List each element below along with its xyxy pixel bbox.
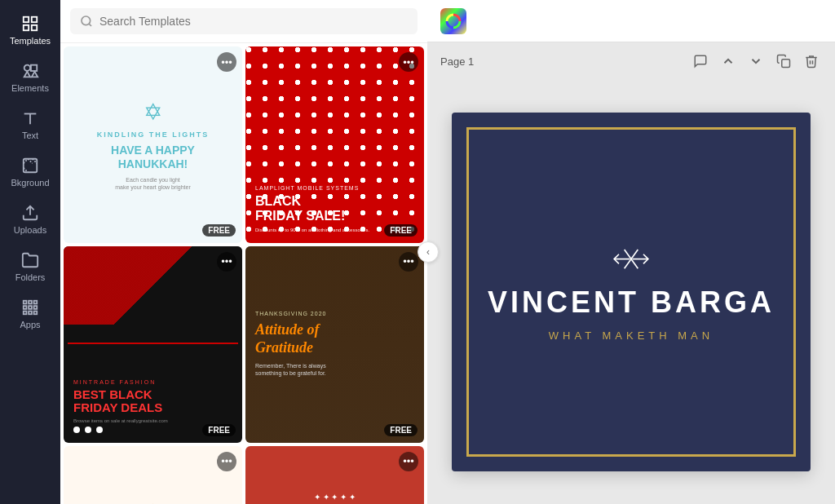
sidebar-label-apps: Apps <box>20 320 40 329</box>
more-button-1[interactable]: ••• <box>217 52 236 72</box>
upload-icon <box>21 204 39 222</box>
duplicate-button[interactable] <box>773 51 794 72</box>
more-button-2[interactable]: ••• <box>399 52 418 72</box>
trash-icon <box>804 54 819 69</box>
template-card-2[interactable]: LAMPLIGHT MOBILE SYSTEMS BLACKFRIDAY SAL… <box>245 46 424 243</box>
chevron-up-icon <box>721 54 736 69</box>
comment-button[interactable] <box>690 51 711 72</box>
design-canvas[interactable]: VINCENT BARGA WHAT MAKETH MAN <box>452 113 811 471</box>
spectrum-icon <box>445 13 462 29</box>
move-down-button[interactable] <box>745 51 767 72</box>
delete-button[interactable] <box>801 51 822 72</box>
svg-rect-12 <box>24 301 27 304</box>
sidebar: Templates Elements Text Bkground Uploads <box>0 0 60 504</box>
svg-line-22 <box>89 24 91 26</box>
comment-icon <box>693 54 708 69</box>
chevron-down-icon <box>749 54 763 69</box>
search-input-wrap <box>70 8 418 34</box>
sidebar-label-elements: Elements <box>11 83 49 93</box>
page-actions <box>690 51 822 72</box>
svg-rect-14 <box>34 301 38 304</box>
svg-rect-16 <box>29 306 32 309</box>
sidebar-label-uploads: Uploads <box>14 225 46 235</box>
background-icon <box>21 157 39 175</box>
sidebar-item-apps[interactable]: Apps <box>0 290 60 338</box>
svg-rect-13 <box>29 301 32 304</box>
folder-icon <box>21 251 39 269</box>
sidebar-item-folders[interactable]: Folders <box>0 243 60 290</box>
move-up-button[interactable] <box>718 51 739 72</box>
canvas-page-header: Page 1 <box>427 42 835 80</box>
template-card-5[interactable]: ✡ To you & your family HAVE A HAPPYHANUK… <box>64 446 242 504</box>
design-content: VINCENT BARGA WHAT MAKETH MAN <box>488 243 775 342</box>
sidebar-label-folders: Folders <box>15 272 46 282</box>
search-bar <box>60 0 427 43</box>
search-input[interactable] <box>99 15 408 28</box>
search-icon <box>80 15 93 28</box>
canvas-viewport: VINCENT BARGA WHAT MAKETH MAN <box>427 80 835 504</box>
sidebar-item-templates[interactable]: Templates <box>0 7 60 54</box>
svg-rect-20 <box>34 312 38 315</box>
sidebar-label-background: Bkground <box>11 178 49 188</box>
svg-rect-1 <box>32 17 37 22</box>
more-button-4[interactable]: ••• <box>399 252 418 272</box>
svg-rect-24 <box>782 60 790 68</box>
canvas-area: Page 1 <box>427 0 835 504</box>
design-name: VINCENT BARGA <box>488 285 775 320</box>
canvas-toolbar <box>427 0 835 42</box>
free-badge-2: FREE <box>384 224 418 237</box>
sidebar-item-text[interactable]: Text <box>0 101 60 148</box>
template-card-6[interactable]: ✦ ✦ ✦ ✦ ✦ TO ALL MY FRIENDS... MerryChri… <box>245 446 424 504</box>
design-tagline: WHAT MAKETH MAN <box>549 329 714 342</box>
svg-rect-19 <box>29 312 32 315</box>
svg-rect-15 <box>24 306 27 309</box>
free-badge-3: FREE <box>202 424 236 436</box>
svg-marker-7 <box>32 72 38 77</box>
arrow-cross-icon <box>611 243 652 276</box>
shapes-icon <box>21 62 39 80</box>
sidebar-item-uploads[interactable]: Uploads <box>0 196 60 243</box>
templates-grid-wrap: ✡ KINDLING THE LIGHTS HAVE A HAPPYHANUKK… <box>60 43 427 504</box>
sidebar-item-background[interactable]: Bkground <box>0 148 60 196</box>
svg-rect-3 <box>32 25 37 30</box>
svg-rect-18 <box>24 312 27 315</box>
templates-grid: ✡ KINDLING THE LIGHTS HAVE A HAPPYHANUKK… <box>60 43 427 504</box>
templates-panel: ✡ KINDLING THE LIGHTS HAVE A HAPPYHANUKK… <box>60 0 427 504</box>
sidebar-label-text: Text <box>22 130 38 140</box>
panel-collapse-button[interactable]: ‹ <box>418 241 439 263</box>
more-button-6[interactable]: ••• <box>399 452 418 471</box>
svg-point-4 <box>24 65 30 71</box>
text-icon <box>21 109 39 127</box>
more-button-5[interactable]: ••• <box>217 452 236 471</box>
svg-point-21 <box>82 16 91 25</box>
more-button-3[interactable]: ••• <box>217 252 236 272</box>
sidebar-item-elements[interactable]: Elements <box>0 54 60 101</box>
svg-rect-0 <box>24 17 29 22</box>
free-badge-1: FREE <box>202 224 236 237</box>
template-card-1[interactable]: ✡ KINDLING THE LIGHTS HAVE A HAPPYHANUKK… <box>64 46 242 243</box>
svg-marker-6 <box>24 72 30 77</box>
svg-rect-5 <box>31 65 37 71</box>
free-badge-4: FREE <box>384 424 418 436</box>
page-label: Page 1 <box>440 55 683 68</box>
apps-icon <box>21 298 39 316</box>
sidebar-label-templates: Templates <box>10 36 51 46</box>
duplicate-icon <box>776 54 791 69</box>
brand-logo <box>440 8 466 34</box>
svg-rect-2 <box>24 25 29 30</box>
svg-rect-17 <box>34 306 38 309</box>
grid-icon <box>21 15 39 33</box>
template-card-3[interactable]: MINTRADE FASHION BEST BLACKFRIDAY DEALS … <box>64 246 242 443</box>
template-card-4[interactable]: THANKSGIVING 2020 Attitude ofGratitude R… <box>245 246 424 443</box>
